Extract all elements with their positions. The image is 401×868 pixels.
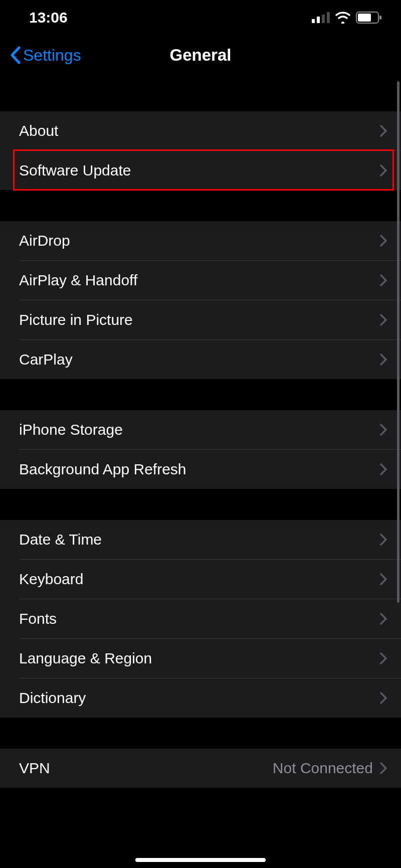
- chevron-right-icon: [380, 613, 387, 625]
- row-iphone-storage[interactable]: iPhone Storage: [0, 410, 401, 449]
- nav-title: General: [170, 46, 232, 65]
- status-bar: 13:06: [0, 0, 401, 35]
- row-label: AirPlay & Handoff: [19, 272, 137, 289]
- row-label: Keyboard: [19, 571, 83, 588]
- chevron-right-icon: [380, 424, 387, 436]
- row-background-app-refresh[interactable]: Background App Refresh: [0, 450, 401, 489]
- settings-group: Date & TimeKeyboardFontsLanguage & Regio…: [0, 520, 401, 718]
- row-date-time[interactable]: Date & Time: [0, 520, 401, 559]
- settings-group: AirDropAirPlay & HandoffPicture in Pictu…: [0, 221, 401, 379]
- row-label: About: [19, 122, 58, 139]
- chevron-right-icon: [380, 354, 387, 366]
- row-about[interactable]: About: [0, 111, 401, 150]
- row-language-region[interactable]: Language & Region: [0, 639, 401, 678]
- chevron-right-icon: [380, 652, 387, 664]
- wifi-icon: [335, 12, 351, 24]
- home-indicator[interactable]: [135, 858, 266, 862]
- chevron-right-icon: [380, 762, 387, 774]
- group-spacer: [0, 190, 401, 221]
- settings-group: iPhone StorageBackground App Refresh: [0, 410, 401, 489]
- chevron-right-icon: [380, 164, 387, 177]
- settings-group: VPNNot Connected: [0, 749, 401, 788]
- chevron-right-icon: [380, 314, 387, 326]
- row-label: Background App Refresh: [19, 461, 186, 478]
- status-time: 13:06: [19, 9, 68, 26]
- svg-rect-2: [322, 15, 325, 23]
- back-label: Settings: [23, 46, 81, 65]
- cellular-signal-icon: [312, 12, 330, 23]
- chevron-right-icon: [380, 125, 387, 137]
- row-airdrop[interactable]: AirDrop: [0, 221, 401, 260]
- content: AboutSoftware UpdateAirDropAirPlay & Han…: [0, 75, 401, 788]
- row-fonts[interactable]: Fonts: [0, 599, 401, 638]
- group-spacer: [0, 718, 401, 749]
- row-keyboard[interactable]: Keyboard: [0, 560, 401, 599]
- group-spacer: [0, 379, 401, 410]
- chevron-right-icon: [380, 235, 387, 247]
- chevron-right-icon: [380, 534, 387, 546]
- chevron-right-icon: [380, 274, 387, 286]
- row-software-update[interactable]: Software Update: [0, 151, 401, 190]
- row-label: Language & Region: [19, 650, 152, 667]
- chevron-right-icon: [380, 692, 387, 704]
- row-label: Software Update: [19, 162, 131, 179]
- svg-rect-6: [379, 16, 381, 20]
- row-label: Dictionary: [19, 689, 86, 707]
- scrollbar[interactable]: [397, 81, 399, 603]
- chevron-right-icon: [380, 463, 387, 475]
- row-label: AirDrop: [19, 232, 70, 249]
- back-button[interactable]: Settings: [9, 46, 81, 65]
- row-vpn[interactable]: VPNNot Connected: [0, 749, 401, 788]
- row-label: VPN: [19, 760, 50, 777]
- svg-rect-3: [327, 12, 330, 23]
- row-dictionary[interactable]: Dictionary: [0, 678, 401, 718]
- svg-rect-1: [317, 17, 320, 23]
- row-label: CarPlay: [19, 351, 73, 368]
- row-label: Date & Time: [19, 531, 102, 548]
- row-label: Picture in Picture: [19, 311, 133, 328]
- back-chevron-icon: [9, 46, 21, 64]
- row-carplay[interactable]: CarPlay: [0, 340, 401, 379]
- row-picture-in-picture[interactable]: Picture in Picture: [0, 300, 401, 339]
- group-spacer: [0, 80, 401, 111]
- chevron-right-icon: [380, 573, 387, 585]
- svg-rect-0: [312, 19, 315, 23]
- settings-group: AboutSoftware Update: [0, 111, 401, 190]
- svg-rect-5: [358, 14, 371, 22]
- row-value: Not Connected: [273, 760, 373, 777]
- row-label: Fonts: [19, 610, 57, 627]
- row-airplay-handoff[interactable]: AirPlay & Handoff: [0, 261, 401, 300]
- group-spacer: [0, 489, 401, 520]
- row-label: iPhone Storage: [19, 421, 123, 438]
- nav-bar: Settings General: [0, 35, 401, 75]
- battery-icon: [356, 12, 382, 24]
- status-icons: [312, 12, 382, 24]
